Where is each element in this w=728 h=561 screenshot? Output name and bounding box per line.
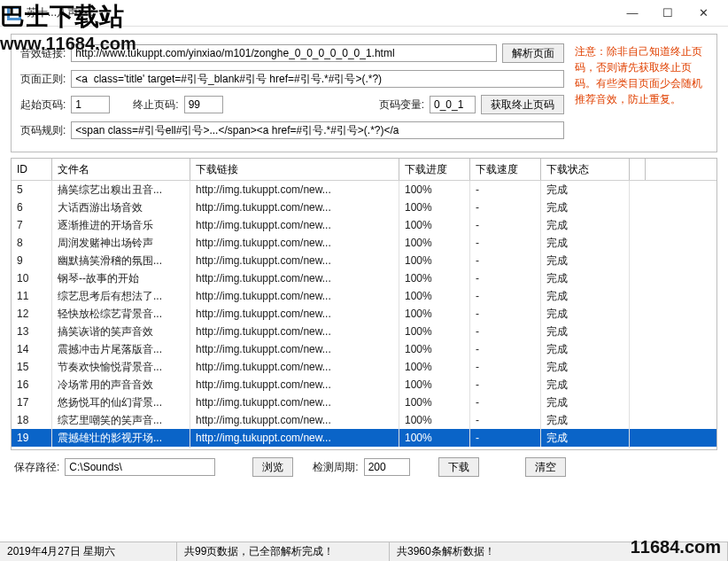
cell-prog: 100% xyxy=(399,376,470,393)
save-path-input[interactable] xyxy=(65,458,215,476)
cell-speed: - xyxy=(470,376,541,393)
cell-link: http://img.tukuppt.com/new... xyxy=(190,287,399,305)
header-id[interactable]: ID xyxy=(12,159,52,180)
table-row[interactable]: 9幽默搞笑滑稽的氛围...http://img.tukuppt.com/new.… xyxy=(12,252,716,269)
page-rule-label: 页码规则: xyxy=(20,123,66,138)
end-page-input[interactable] xyxy=(184,96,223,113)
download-table: ID 文件名 下载链接 下载进度 下载速度 下载状态 5搞笑综艺出糗出丑音...… xyxy=(11,158,717,450)
cell-prog: 100% xyxy=(399,305,470,323)
cell-id: 12 xyxy=(12,305,52,323)
table-row[interactable]: 19震撼雄壮的影视开场...http://img.tukuppt.com/new… xyxy=(12,429,716,447)
cell-prog: 100% xyxy=(399,181,470,199)
cell-prog: 100% xyxy=(399,252,470,269)
cell-speed: - xyxy=(470,411,541,429)
browse-button[interactable]: 浏览 xyxy=(252,457,293,477)
table-row[interactable]: 11综艺思考后有想法了...http://img.tukuppt.com/new… xyxy=(12,287,716,305)
table-row[interactable]: 12轻快放松综艺背景音...http://img.tukuppt.com/new… xyxy=(12,305,716,323)
start-page-label: 起始页码: xyxy=(20,97,66,113)
check-period-input[interactable] xyxy=(364,458,410,476)
table-row[interactable]: 10钢琴--故事的开始http://img.tukuppt.com/new...… xyxy=(12,269,716,287)
cell-name: 震撼雄壮的影视开场... xyxy=(52,428,190,448)
header-speed[interactable]: 下载速度 xyxy=(470,159,541,180)
cell-link: http://img.tukuppt.com/new... xyxy=(190,181,399,199)
download-button[interactable]: 下载 xyxy=(438,457,479,477)
titlebar: 苏十...八声>- : — ☐ ✕ xyxy=(0,0,728,27)
table-row[interactable]: 8周润发赌神出场铃声http://img.tukuppt.com/new...1… xyxy=(12,234,716,252)
app-icon xyxy=(7,6,21,20)
cell-speed: - xyxy=(470,305,541,323)
cell-speed: - xyxy=(470,252,541,269)
window-controls: — ☐ ✕ xyxy=(615,0,721,27)
header-link[interactable]: 下载链接 xyxy=(190,159,399,180)
minimize-button[interactable]: — xyxy=(615,0,650,27)
cell-speed: - xyxy=(470,287,541,305)
cell-link: http://img.tukuppt.com/new... xyxy=(190,393,399,411)
cell-id: 9 xyxy=(12,252,52,269)
header-progress[interactable]: 下载进度 xyxy=(399,159,470,180)
parse-button[interactable]: 解析页面 xyxy=(502,43,564,63)
table-body[interactable]: 5搞笑综艺出糗出丑音...http://img.tukuppt.com/new.… xyxy=(12,181,716,449)
page-var-label: 页码变量: xyxy=(379,97,424,113)
maximize-button[interactable]: ☐ xyxy=(650,0,685,27)
header-name[interactable]: 文件名 xyxy=(52,159,190,180)
cell-speed: - xyxy=(470,269,541,287)
start-page-input[interactable] xyxy=(71,96,110,113)
check-period-label: 检测周期: xyxy=(313,460,358,475)
cell-link: http://img.tukuppt.com/new... xyxy=(190,323,399,340)
table-row[interactable]: 18综艺里嘲笑的笑声音...http://img.tukuppt.com/new… xyxy=(12,411,716,429)
cell-prog: 100% xyxy=(399,323,470,340)
cell-id: 11 xyxy=(12,287,52,305)
cell-prog: 100% xyxy=(399,393,470,411)
header-scroll-spacer xyxy=(630,159,646,180)
cell-link: http://img.tukuppt.com/new... xyxy=(190,252,399,269)
warning-note: 注意：除非自己知道终止页码，否则请先获取终止页码。有些类目页面少会随机推荐音效，… xyxy=(575,43,708,146)
cell-prog: 100% xyxy=(399,429,470,447)
cell-speed: - xyxy=(470,216,541,234)
cell-prog: 100% xyxy=(399,340,470,358)
cell-prog: 100% xyxy=(399,287,470,305)
cell-prog: 100% xyxy=(399,199,470,216)
cell-id: 10 xyxy=(12,269,52,287)
table-row[interactable]: 6大话西游出场音效http://img.tukuppt.com/new...10… xyxy=(12,199,716,216)
cell-link: http://img.tukuppt.com/new... xyxy=(190,376,399,393)
table-header: ID 文件名 下载链接 下载进度 下载速度 下载状态 xyxy=(12,159,716,181)
cell-id: 13 xyxy=(12,323,52,340)
cell-link: http://img.tukuppt.com/new... xyxy=(190,340,399,358)
cell-stat: 完成 xyxy=(541,428,630,448)
page-var-input[interactable] xyxy=(430,96,476,113)
cell-id: 5 xyxy=(12,181,52,199)
status-date: 2019年4月27日 星期六 xyxy=(0,542,177,561)
cell-id: 6 xyxy=(12,199,52,216)
cell-prog: 100% xyxy=(399,269,470,287)
table-row[interactable]: 13搞笑诙谐的笑声音效http://img.tukuppt.com/new...… xyxy=(12,323,716,340)
cell-prog: 100% xyxy=(399,216,470,234)
status-bar: 2019年4月27日 星期六 共99页数据，已全部解析完成！ 共3960条解析数… xyxy=(0,542,728,561)
cell-link: http://img.tukuppt.com/new... xyxy=(190,358,399,376)
table-row[interactable]: 14震撼冲击片尾落版音...http://img.tukuppt.com/new… xyxy=(12,340,716,358)
close-button[interactable]: ✕ xyxy=(685,0,721,27)
cell-speed: - xyxy=(470,323,541,340)
clear-button[interactable]: 清空 xyxy=(525,457,566,477)
table-row[interactable]: 16冷场常用的声音音效http://img.tukuppt.com/new...… xyxy=(12,376,716,393)
status-pages: 共99页数据，已全部解析完成！ xyxy=(177,542,390,561)
page-rule-input[interactable] xyxy=(71,121,564,139)
cell-id: 14 xyxy=(12,340,52,358)
header-status[interactable]: 下载状态 xyxy=(541,159,630,180)
cell-speed: - xyxy=(470,429,541,447)
cell-id: 18 xyxy=(12,411,52,429)
table-row[interactable]: 5搞笑综艺出糗出丑音...http://img.tukuppt.com/new.… xyxy=(12,181,716,199)
table-row[interactable]: 15节奏欢快愉悦背景音...http://img.tukuppt.com/new… xyxy=(12,358,716,376)
get-end-page-button[interactable]: 获取终止页码 xyxy=(481,95,564,114)
regex-input[interactable] xyxy=(71,70,564,88)
table-row[interactable]: 7逐渐推进的开场音乐http://img.tukuppt.com/new...1… xyxy=(12,216,716,234)
link-input[interactable] xyxy=(71,44,497,62)
save-path-label: 保存路径: xyxy=(14,460,59,475)
cell-link: http://img.tukuppt.com/new... xyxy=(190,305,399,323)
cell-speed: - xyxy=(470,358,541,376)
table-row[interactable]: 17悠扬悦耳的仙幻背景...http://img.tukuppt.com/new… xyxy=(12,393,716,411)
regex-label: 页面正则: xyxy=(20,72,66,87)
cell-speed: - xyxy=(470,199,541,216)
cell-link: http://img.tukuppt.com/new... xyxy=(190,411,399,429)
cell-prog: 100% xyxy=(399,234,470,252)
cell-link: http://img.tukuppt.com/new... xyxy=(190,216,399,234)
